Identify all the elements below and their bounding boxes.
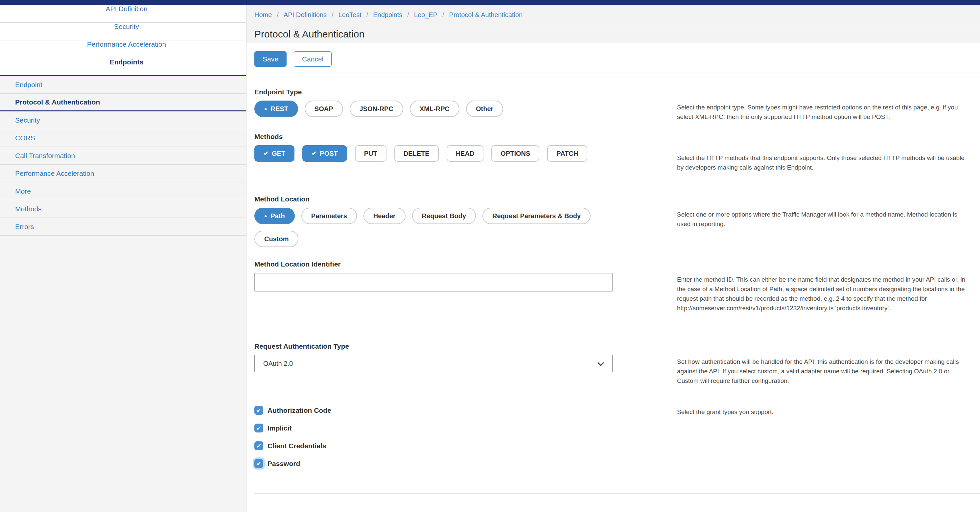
sidebar-subitem-cors[interactable]: CORS [0, 129, 246, 147]
grant-types-help: Select the grant types you support. [677, 406, 969, 417]
actions-row: Save Cancel [255, 43, 980, 73]
sidebar-subitem-more[interactable]: More [0, 182, 246, 200]
pill-label: Request Parameters & Body [492, 212, 581, 220]
sidebar-item-label: Performance Acceleration [87, 40, 166, 48]
endpoint-type-option-other[interactable]: ● Other [466, 100, 503, 117]
sidebar-subitem-call-transformation[interactable]: Call Transformation [0, 147, 246, 165]
method-location-options: ● Path ● Parameters ● [255, 208, 616, 247]
grant-type-label[interactable]: Implicit [267, 424, 292, 432]
save-button[interactable]: Save [255, 51, 286, 67]
pill-label: SOAP [315, 105, 333, 113]
sidebar-subitem-protocol-authentication[interactable]: Protocol & Authentication [0, 94, 246, 111]
method-location-option-header[interactable]: ● Header [363, 208, 406, 224]
method-option-get[interactable]: ✔ GET [255, 145, 294, 162]
method-location-option-request-body[interactable]: ● Request Body [412, 208, 476, 224]
check-icon: ✔ [256, 425, 261, 431]
grant-type-client-credentials[interactable]: ✔ Client Credentials [255, 441, 677, 450]
sidebar-subitem-label: Security [15, 116, 40, 124]
grant-type-password[interactable]: ✔ Password [255, 459, 677, 468]
sidebar-subitem-label: Protocol & Authentication [15, 98, 100, 106]
endpoint-type-options: ● REST ● SOAP ● [255, 100, 616, 117]
selected-auth-type-value: OAuth 2.0 [263, 360, 293, 367]
sidebar-subitem-methods[interactable]: Methods [0, 200, 246, 218]
endpoint-type-option-json-rpc[interactable]: ● JSON-RPC [350, 100, 403, 117]
sidebar-item-api-definition[interactable]: API Definition [0, 5, 246, 23]
grant-type-label[interactable]: Password [267, 460, 300, 467]
request-authentication-type-label: Request Authentication Type [255, 342, 677, 350]
methods-options: ✔ GET ✔ POST ✔ [255, 145, 677, 162]
endpoint-type-option-soap[interactable]: ● SOAP [305, 100, 343, 117]
chevron-down-icon [597, 359, 604, 366]
crumb-home[interactable]: Home [255, 11, 284, 19]
request-authentication-type-section: Request Authentication Type OAuth 2.0 Se… [255, 342, 980, 385]
method-label: POST [320, 150, 337, 157]
sidebar-item-label: Endpoints [110, 58, 144, 66]
checkbox[interactable]: ✔ [255, 424, 263, 432]
sidebar-item-endpoints[interactable]: Endpoints [0, 58, 246, 76]
grant-type-label[interactable]: Authorization Code [267, 407, 331, 414]
sidebar-subitem-errors[interactable]: Errors [0, 218, 246, 235]
endpoint-type-help: Select the endpoint type. Some types mig… [677, 88, 969, 122]
grant-type-label[interactable]: Client Credentials [267, 442, 326, 450]
app-window: API Definition Security Performance Acce… [0, 0, 980, 512]
crumb-protocol-authentication[interactable]: Protocol & Authentication [449, 11, 523, 19]
check-icon: ✔ [264, 150, 269, 157]
pill-label: XML-RPC [420, 105, 450, 113]
checkbox[interactable]: ✔ [255, 441, 263, 450]
pill-label: Custom [264, 235, 288, 243]
crumb-api-definitions[interactable]: API Definitions [284, 11, 339, 19]
method-option-options[interactable]: ✔ OPTIONS [491, 145, 539, 162]
method-label: HEAD [456, 150, 474, 157]
method-option-put[interactable]: ✔ PUT [355, 145, 387, 162]
method-label: OPTIONS [501, 150, 530, 157]
endpoint-type-option-rest[interactable]: ● REST [255, 100, 298, 117]
sidebar-subitem-label: Methods [15, 205, 42, 213]
method-location-option-request-parameters-body[interactable]: ● Request Parameters & Body [482, 208, 590, 224]
method-label: DELETE [404, 150, 430, 157]
bottom-divider [255, 493, 980, 494]
crumb-endpoints[interactable]: Endpoints [373, 11, 414, 19]
method-option-head[interactable]: ✔ HEAD [447, 145, 484, 162]
pill-label: Parameters [311, 212, 347, 220]
sidebar-subitem-endpoint[interactable]: Endpoint [0, 76, 246, 94]
grant-type-authorization-code[interactable]: ✔ Authorization Code [255, 406, 677, 415]
sidebar: API Definition Security Performance Acce… [0, 5, 247, 512]
checkbox[interactable]: ✔ [255, 406, 263, 415]
methods-help: Select the HTTP methods that this endpoi… [677, 133, 969, 172]
method-option-patch[interactable]: ✔ PATCH [547, 145, 587, 162]
crumb-leotest[interactable]: LeoTest [339, 11, 373, 19]
check-icon: ✔ [256, 461, 261, 467]
sidebar-item-performance-acceleration[interactable]: Performance Acceleration [0, 40, 246, 58]
crumb-leo-ep[interactable]: Leo_EP [414, 11, 449, 19]
pill-label: Request Body [422, 212, 466, 220]
method-option-delete[interactable]: ✔ DELETE [395, 145, 439, 162]
sidebar-item-security[interactable]: Security [0, 23, 246, 40]
method-location-identifier-label: Method Location Identifier [255, 260, 677, 268]
endpoint-type-option-xml-rpc[interactable]: ● XML-RPC [410, 100, 460, 117]
grant-type-implicit[interactable]: ✔ Implicit [255, 424, 677, 432]
top-bar [0, 0, 980, 5]
sidebar-subitem-label: More [15, 187, 31, 195]
method-location-section: Method Location ● Path ● [255, 195, 980, 247]
checkbox[interactable]: ✔ [255, 459, 263, 468]
sidebar-subitem-label: Call Transformation [15, 152, 75, 160]
cancel-button[interactable]: Cancel [294, 51, 332, 67]
grant-types-section: ✔ Authorization Code ✔ Implicit [255, 406, 980, 477]
request-authentication-type-help: Set how authentication will be handled f… [677, 342, 969, 385]
method-location-option-custom[interactable]: ● Custom [255, 231, 298, 247]
endpoint-type-section: Endpoint Type ● REST ● [255, 88, 980, 122]
method-location-identifier-help: Enter the method ID. This can either be … [677, 260, 969, 313]
method-location-option-path[interactable]: ● Path [255, 208, 295, 224]
method-location-identifier-input[interactable] [255, 273, 612, 291]
sidebar-subitem-label: CORS [15, 134, 35, 142]
sidebar-subitem-label: Performance Acceleration [15, 170, 94, 178]
sidebar-subitem-label: Endpoint [15, 81, 42, 89]
sidebar-subitem-performance-acceleration[interactable]: Performance Acceleration [0, 165, 246, 182]
method-location-option-parameters[interactable]: ● Parameters [301, 208, 357, 224]
method-option-post[interactable]: ✔ POST [302, 145, 347, 162]
method-location-identifier-section: Method Location Identifier Enter the met… [255, 260, 980, 313]
method-label: PUT [364, 150, 377, 157]
sidebar-subitem-label: Errors [15, 223, 34, 231]
request-authentication-type-select[interactable]: OAuth 2.0 [255, 355, 612, 372]
sidebar-subitem-security[interactable]: Security [0, 111, 246, 129]
